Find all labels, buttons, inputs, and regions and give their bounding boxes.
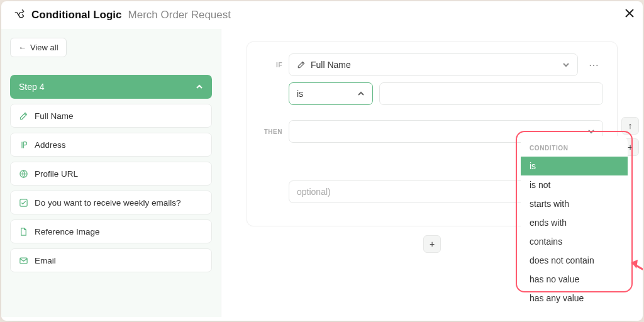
sidebar-item-label: Email [35, 256, 56, 265]
dropdown-item-does-not-contain[interactable]: does not contain [521, 251, 628, 270]
condition-dropdown: CONDITION is is not starts with ends wit… [521, 136, 628, 315]
modal-header: Conditional Logic Merch Order Request [1, 1, 643, 29]
dropdown-item-is[interactable]: is [521, 157, 628, 175]
dots-icon: ⋯ [589, 60, 599, 70]
dropdown-section-header: CONDITION [521, 142, 628, 157]
sidebar-item-label: Profile URL [35, 169, 78, 179]
chevron-down-icon [562, 61, 570, 69]
sidebar-item-address[interactable]: Address [10, 133, 212, 157]
close-button[interactable] [625, 9, 634, 18]
file-icon [18, 226, 28, 236]
field-select[interactable]: Full Name [289, 53, 578, 76]
sidebar-item-reference-image[interactable]: Reference Image [10, 219, 212, 243]
dropdown-item-contains[interactable]: contains [521, 232, 628, 251]
step-accordion-header[interactable]: Step 4 [10, 75, 212, 99]
move-up-button[interactable]: ↑ [621, 117, 639, 135]
condition-select[interactable]: is [289, 82, 373, 105]
dropdown-item-has-no-value[interactable]: has no value [521, 270, 628, 289]
condition-select-value: is [297, 89, 303, 99]
globe-icon [18, 169, 28, 179]
conditional-logic-modal: Conditional Logic Merch Order Request ← … [1, 1, 643, 321]
chevron-down-icon [587, 128, 595, 135]
sidebar-item-label: Do you want to receive weekly emails? [35, 198, 181, 208]
arrow-left-icon: ← [18, 43, 26, 52]
add-rule-button[interactable]: + [423, 235, 441, 253]
field-select-value: Full Name [311, 60, 351, 70]
value-input[interactable] [379, 82, 603, 105]
edit-icon [297, 60, 306, 69]
sidebar-item-full-name[interactable]: Full Name [10, 104, 212, 128]
optional-placeholder: optional) [297, 187, 331, 197]
paragraph-icon [18, 140, 28, 150]
sidebar-item-profile-url[interactable]: Profile URL [10, 162, 212, 186]
sidebar-item-email[interactable]: Email [10, 248, 212, 272]
chevron-up-icon [357, 90, 365, 97]
sidebar: ← View all Step 4 Full Name Address Prof… [1, 29, 221, 317]
view-all-label: View all [30, 43, 58, 52]
then-label: THEN [261, 128, 282, 135]
sidebar-item-label: Reference Image [35, 227, 100, 236]
dropdown-item-starts-with[interactable]: starts with [521, 194, 628, 213]
rule-more-button[interactable]: ⋯ [584, 55, 603, 74]
dropdown-item-has-any-value[interactable]: has any value [521, 289, 628, 308]
dropdown-item-is-not[interactable]: is not [521, 175, 628, 194]
step-label: Step 4 [19, 82, 44, 92]
modal-title: Conditional Logic [31, 9, 122, 21]
if-label: IF [261, 62, 282, 69]
arrow-up-icon: ↑ [628, 121, 633, 131]
view-all-button[interactable]: ← View all [10, 38, 67, 57]
edit-icon [18, 111, 28, 121]
sidebar-item-label: Address [35, 140, 66, 150]
plus-icon: + [430, 239, 435, 249]
rule-builder: IF Full Name ⋯ is [221, 29, 643, 317]
modal-subtitle: Merch Order Request [128, 9, 231, 21]
sidebar-item-weekly-emails[interactable]: Do you want to receive weekly emails? [10, 191, 212, 214]
dropdown-item-ends-with[interactable]: ends with [521, 213, 628, 232]
mail-icon [18, 255, 28, 265]
sidebar-item-label: Full Name [35, 111, 74, 121]
close-icon [625, 9, 634, 18]
plus-icon: + [628, 142, 633, 152]
check-icon [18, 197, 28, 208]
shuffle-icon [14, 9, 25, 21]
chevron-up-icon [196, 83, 203, 91]
